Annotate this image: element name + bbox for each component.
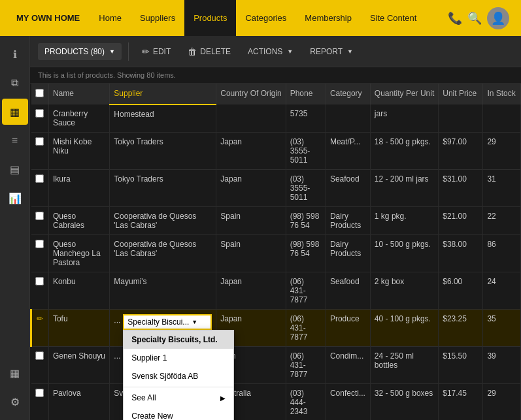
row-supplier: ···Specialty Biscui...▼Specialty Biscuit… (110, 310, 216, 347)
nav-home[interactable]: Home (90, 0, 131, 36)
row-checkbox[interactable] (35, 137, 44, 146)
main-content: PRODUCTS (80) ▼ ✏ EDIT 🗑 DELETE ACTIONS … (30, 36, 521, 420)
supplier-dropdown-wrapper[interactable]: Specialty Biscui...▼Specialty Biscuits, … (123, 314, 212, 330)
nav-products[interactable]: Products (184, 0, 236, 36)
products-table-container[interactable]: Name Supplier Country Of Origin Phone Ca… (30, 84, 521, 420)
row-stock: 86 (483, 235, 521, 272)
dropdown-divider (124, 387, 233, 387)
row-qty: jars (370, 105, 438, 133)
row-price: $15.50 (439, 347, 483, 384)
col-qty[interactable]: Quantity Per Unit (370, 84, 438, 105)
row-qty: 2 kg box (370, 272, 438, 310)
dropdown-item-4[interactable]: Create New (124, 407, 233, 420)
brand-logo: MY OWN HOME (7, 13, 90, 23)
products-button[interactable]: PRODUCTS (80) ▼ (38, 43, 122, 60)
status-bar: This is a list of products. Showing 80 i… (30, 67, 521, 84)
row-qty: 12 - 200 ml jars (370, 170, 438, 207)
sidebar-item-settings[interactable]: ⚙ (2, 389, 28, 415)
sidebar-item-apps[interactable]: ▦ (2, 360, 28, 386)
col-price[interactable]: Unit Price (439, 84, 483, 105)
phone-icon[interactable]: 📞 (448, 11, 462, 25)
col-supplier[interactable]: Supplier (110, 84, 216, 105)
products-label: PRODUCTS (80) (44, 47, 105, 56)
dropdown-item-1[interactable]: Supplier 1 (124, 349, 233, 367)
table-row: Mishi Kobe NikuTokyo TradersJapan(03) 35… (31, 133, 521, 170)
row-phone: (03) 3555-5011 (286, 133, 326, 170)
sidebar-item-chart[interactable]: 📊 (2, 185, 28, 211)
row-phone: (03) 3555-5011 (286, 170, 326, 207)
row-stock: 29 (483, 384, 521, 421)
col-country[interactable]: Country Of Origin (216, 84, 286, 105)
row-checkbox[interactable] (35, 240, 44, 248)
user-avatar[interactable]: 👤 (487, 7, 509, 29)
table-row: Queso CabralesCooperativa de Quesos 'Las… (31, 207, 521, 235)
sidebar-item-detail[interactable]: ▤ (2, 156, 28, 182)
sidebar-item-grid[interactable]: ▦ (2, 99, 28, 125)
row-phone: (03) 444-2343 (286, 384, 326, 421)
supplier-select-field[interactable]: Specialty Biscui...▼ (123, 314, 212, 330)
sidebar-item-info[interactable]: ℹ (2, 41, 28, 67)
row-qty: 10 - 500 g pkgs. (370, 235, 438, 272)
col-checkbox[interactable] (31, 84, 49, 105)
supplier-dropdown-menu: Specialty Biscuits, Ltd.Supplier 1Svensk… (123, 330, 234, 420)
delete-button[interactable]: 🗑 DELETE (181, 42, 237, 61)
status-text: This is a list of products. Showing 80 i… (38, 71, 176, 79)
col-stock[interactable]: In Stock (483, 84, 521, 105)
row-category: Produce (326, 310, 370, 347)
row-checkbox-cell (31, 133, 49, 170)
row-price: $38.00 (439, 235, 483, 272)
row-stock: 22 (483, 207, 521, 235)
sidebar-item-copy[interactable]: ⧉ (2, 70, 28, 96)
row-category: Seafood (326, 170, 370, 207)
row-qty: 32 - 500 g boxes (370, 384, 438, 421)
row-edit-icon[interactable]: ✏ (37, 314, 43, 323)
col-name[interactable]: Name (48, 84, 109, 105)
row-price (439, 105, 483, 133)
edit-button[interactable]: ✏ EDIT (135, 42, 177, 61)
nav-suppliers[interactable]: Suppliers (131, 0, 184, 36)
row-checkbox-cell (31, 207, 49, 235)
row-category (326, 105, 370, 133)
row-checkbox[interactable] (35, 109, 44, 118)
table-row: PavlovaSvensk Sjöföda ABAustralia(03) 44… (31, 384, 521, 421)
report-button[interactable]: REPORT ▼ (303, 43, 360, 60)
delete-icon: 🗑 (188, 46, 197, 57)
row-category: Confecti... (326, 384, 370, 421)
select-all-checkbox[interactable] (35, 89, 44, 97)
row-phone: 5735 (286, 105, 326, 133)
row-checkbox[interactable] (35, 351, 44, 360)
row-stock (483, 105, 521, 133)
col-category[interactable]: Category (326, 84, 370, 105)
sidebar-item-list[interactable]: ≡ (2, 127, 28, 153)
dropdown-item-0[interactable]: Specialty Biscuits, Ltd. (124, 331, 233, 349)
nav-site-content[interactable]: Site Content (361, 0, 426, 36)
row-checkbox-cell (31, 170, 49, 207)
dropdown-item-2[interactable]: Svensk Sjöföda AB (124, 367, 233, 385)
row-checkbox[interactable] (35, 277, 44, 285)
row-checkbox[interactable] (35, 389, 44, 397)
row-stock: 31 (483, 170, 521, 207)
row-checkbox[interactable] (35, 174, 44, 183)
row-category: Dairy Products (326, 207, 370, 235)
sidebar: ℹ ⧉ ▦ ≡ ▤ 📊 ▦ ⚙ (0, 36, 30, 420)
row-name: Genen Shouyu (48, 347, 109, 384)
search-icon[interactable]: 🔍 (467, 11, 482, 25)
row-phone: (98) 598 76 54 (286, 207, 326, 235)
row-supplier: Tokyo Traders (110, 133, 216, 170)
col-phone[interactable]: Phone (286, 84, 326, 105)
row-stock: 24 (483, 272, 521, 310)
row-dots-icon[interactable]: ··· (114, 317, 120, 327)
row-supplier: Cooperativa de Quesos 'Las Cabras' (110, 207, 216, 235)
info-icon: ℹ (13, 48, 17, 61)
dropdown-item-3[interactable]: See All▶ (124, 389, 233, 407)
row-category: Dairy Products (326, 235, 370, 272)
supplier-field-value: Specialty Biscui... (127, 317, 189, 327)
row-country: Spain (216, 235, 286, 272)
actions-button[interactable]: ACTIONS ▼ (241, 43, 299, 60)
row-name: Cranberry Sauce (48, 105, 109, 133)
nav-categories[interactable]: Categories (236, 0, 295, 36)
nav-membership[interactable]: Membership (295, 0, 361, 36)
row-checkbox[interactable] (35, 212, 44, 220)
row-supplier: Cooperativa de Quesos 'Las Cabras' (110, 235, 216, 272)
table-row: Genen Shouyu......an(06) 431-7877Condim.… (31, 347, 521, 384)
